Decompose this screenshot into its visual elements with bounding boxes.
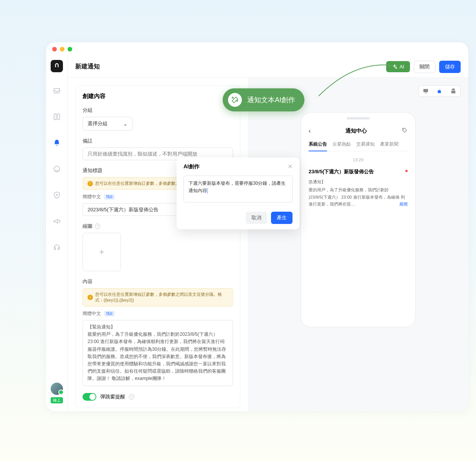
help-icon[interactable]: ? <box>95 224 100 229</box>
ai-prompt-text: 下週六要新版本發布，需要停服30分鐘，請產生通知內容 <box>188 181 286 193</box>
phone-title: 通知中心 <box>311 128 402 134</box>
device-desktop-icon[interactable] <box>419 86 433 96</box>
close-window-dot[interactable] <box>52 47 57 51</box>
save-button[interactable]: 儲存 <box>439 61 461 73</box>
ai-modal: AI創作 ✕ 下週六要新版本發布，需要停服30分鐘，請產生通知內容 取消 產生 <box>177 158 299 229</box>
notif-title: 23/8/5(下週六）新版發佈公告 <box>309 168 408 175</box>
close-button[interactable]: 關閉 <box>414 61 435 73</box>
nav-inbox-icon[interactable] <box>49 83 64 98</box>
minimize-window-dot[interactable] <box>60 47 64 51</box>
tab-trade[interactable]: 交易通知 <box>356 141 375 148</box>
lang-label: 簡體中文 <box>83 194 101 200</box>
tab-industry[interactable]: 產業新聞 <box>380 141 398 148</box>
text-cursor <box>207 188 207 194</box>
modal-title: AI創作 <box>183 163 200 170</box>
svg-rect-4 <box>425 93 426 93</box>
phone-timestamp: 13:29 <box>309 158 408 162</box>
nav-headset-icon[interactable] <box>49 240 64 255</box>
svg-point-5 <box>403 129 404 129</box>
phone-tabs: 系統公告 企業熱點 交易通知 產業新聞 <box>309 141 408 151</box>
app-window: 通知文本AI創作 <box>46 42 468 411</box>
default-badge: 預設 <box>104 194 115 200</box>
tag-icon[interactable] <box>402 127 408 135</box>
group-label: 分組 <box>83 107 233 114</box>
generate-button[interactable]: 產生 <box>271 212 293 224</box>
device-toggle <box>418 85 461 97</box>
callout-text: 通知文本AI創作 <box>247 95 295 104</box>
nav-megaphone-icon[interactable] <box>49 214 64 229</box>
note-label: 備註 <box>83 138 233 144</box>
warning-icon: ! <box>88 181 93 186</box>
maximize-window-dot[interactable] <box>68 47 72 51</box>
device-apple-icon[interactable] <box>433 86 446 96</box>
group-select[interactable]: 選擇分組 ⌄ <box>83 117 132 131</box>
notification-item[interactable]: 23/8/5(下週六）新版發佈公告 急通知】 愛的用戶，為了升級優化服務，我們計… <box>309 168 408 208</box>
ai-callout-pill: 通知文本AI創作 <box>223 88 304 111</box>
notif-body: 愛的用戶，為了升級優化服務，我們計劃於 )23/8/5(下週六） 23:00 進… <box>309 186 408 208</box>
user-avatar-block[interactable]: 線上 <box>51 383 63 403</box>
svg-rect-3 <box>423 89 428 92</box>
sidebar: 線上 <box>46 56 68 411</box>
device-android-icon[interactable] <box>446 86 460 96</box>
app-logo[interactable] <box>51 60 63 72</box>
nav-shield-icon[interactable] <box>49 187 64 203</box>
svg-point-2 <box>56 194 57 196</box>
content-hint-text: 您可以在任意位置新增自訂參數，多個參數之間以英文逗號分隔。格式：{{key1}}… <box>95 292 228 303</box>
chevron-down-icon: ⌄ <box>123 121 127 127</box>
tab-system[interactable]: 系統公告 <box>309 141 327 151</box>
nav-support-icon[interactable] <box>49 161 64 177</box>
status-badge: 線上 <box>51 397 63 403</box>
form-column: 創建內容 分組 選擇分組 ⌄ 備註 <box>68 78 248 411</box>
thumbnail-upload[interactable]: + <box>83 233 121 271</box>
content-hint: ! 您可以在任意位置新增自訂參數，多個參數之間以英文逗號分隔。格式：{{key1… <box>83 288 233 307</box>
sparkle-icon <box>392 64 397 70</box>
ai-prompt-input[interactable]: 下週六要新版本發布，需要停服30分鐘，請產生通知內容 <box>183 176 293 202</box>
warning-icon: ! <box>88 295 93 300</box>
notif-tag: 急通知】 <box>309 179 408 185</box>
nav-bell-icon[interactable] <box>49 135 64 151</box>
ai-button-label: AI <box>400 64 404 70</box>
preview-column: 預覽 ‹ 通知中心 <box>248 78 468 411</box>
group-select-value: 選擇分組 <box>88 120 107 127</box>
default-badge-2: 預設 <box>104 311 115 317</box>
phone-notch <box>347 117 370 119</box>
popup-toggle-label: 彈跳窗提醒 <box>100 393 125 400</box>
content-label: 內容 <box>83 278 233 285</box>
ai-button[interactable]: AI <box>386 61 410 72</box>
thumb-label: 縮圖 <box>83 223 93 230</box>
page-header: 新建通知 AI 關閉 儲存 <box>68 56 468 78</box>
avatar <box>51 383 63 395</box>
unread-dot-icon <box>405 170 408 172</box>
expand-link[interactable]: 展開 <box>399 201 408 208</box>
nav-book-icon[interactable] <box>49 109 64 124</box>
lang-label-2: 簡體中文 <box>83 310 101 317</box>
help-icon[interactable]: ? <box>129 394 134 400</box>
content-textarea[interactable]: 【緊急通知】 親愛的用戶，為了升級優化服務，我們計劃於2023/8/5(下週六）… <box>83 320 233 386</box>
phone-preview: ‹ 通知中心 系統公告 企業熱點 交易通知 產業新聞 13:29 <box>301 112 416 327</box>
plus-icon: + <box>99 247 104 257</box>
magic-wand-icon <box>228 93 242 107</box>
window-traffic-lights <box>46 42 468 56</box>
card-title: 創建內容 <box>83 93 233 100</box>
cancel-button[interactable]: 取消 <box>246 212 267 224</box>
page-title: 新建通知 <box>75 63 100 71</box>
tab-enterprise[interactable]: 企業熱點 <box>332 141 351 148</box>
popup-toggle[interactable] <box>83 393 96 401</box>
close-icon[interactable]: ✕ <box>288 163 293 170</box>
